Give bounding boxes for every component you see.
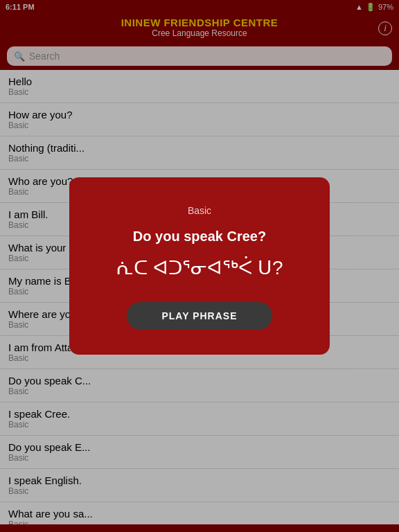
modal-overlay: Basic Do you speak Cree? ᕇᑕ ᐊᑐᕐᓂᐊᖅᐹ ᑌ? P… [0,0,399,532]
phrase-modal: Basic Do you speak Cree? ᕇᑕ ᐊᑐᕐᓂᐊᖅᐹ ᑌ? P… [69,177,330,354]
play-phrase-button[interactable]: PLAY PHRASE [127,302,272,330]
modal-category: Basic [90,205,309,216]
modal-english-phrase: Do you speak Cree? [90,229,309,245]
modal-cree-phrase: ᕇᑕ ᐊᑐᕐᓂᐊᖅᐹ ᑌ? [90,256,309,281]
